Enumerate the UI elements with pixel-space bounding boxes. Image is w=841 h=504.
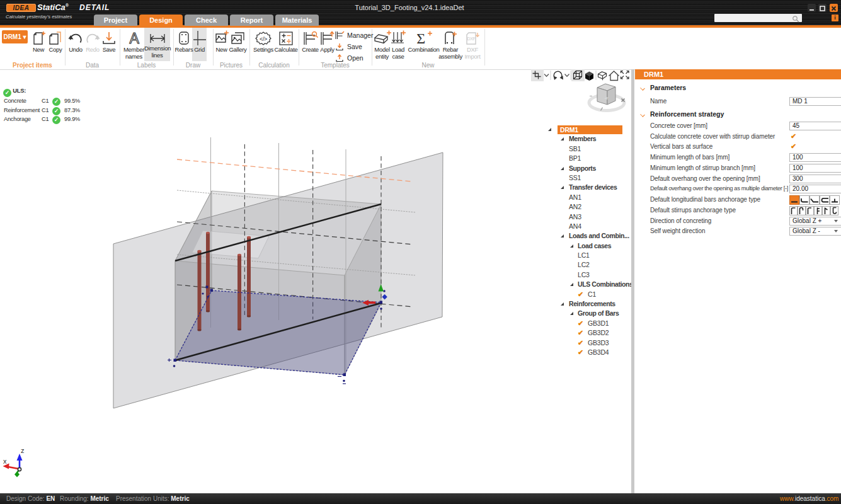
svg-text:DXF: DXF: [467, 37, 475, 41]
svg-text:Σ: Σ: [416, 30, 425, 47]
svg-text:A: A: [129, 30, 139, 47]
svg-text:-Y: -Y: [605, 96, 609, 100]
svg-text:</>: </>: [260, 36, 267, 42]
svg-text:x: x: [3, 457, 7, 465]
svg-text:z: z: [21, 447, 25, 454]
